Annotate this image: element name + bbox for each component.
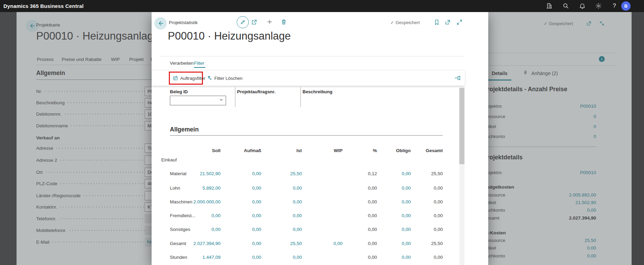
pin-icon[interactable] (454, 75, 461, 83)
col-obligo: Obligo (380, 148, 411, 153)
company-icon[interactable] (545, 2, 553, 10)
scrollbar-thumb[interactable] (459, 88, 464, 164)
auftragsfilter-button[interactable]: Auftragsfilter (180, 76, 205, 81)
drilldown-link[interactable]: 0,00 (380, 186, 411, 191)
table-row-lohn: Lohn 5.892,00 0,00 0,00 0,00 0,00 0,00 (152, 186, 465, 192)
drilldown-link[interactable]: 2.027.394,90 (172, 241, 221, 246)
drilldown-link[interactable]: 25,50 (267, 171, 302, 176)
clear-filter-icon (207, 75, 212, 81)
notifications-icon[interactable] (579, 2, 586, 10)
beschreibung-label: Beschreibung (303, 89, 333, 94)
cell-value: 0,12 (346, 171, 377, 176)
drilldown-link[interactable]: 0,00 (380, 171, 411, 176)
drilldown-link[interactable]: 0,00 (172, 213, 221, 218)
drilldown-link[interactable]: 0,00 (227, 171, 261, 176)
app-title: Dynamics 365 Business Central (3, 0, 84, 12)
projektauftragsnr-label: Projektauftragsnr. (237, 89, 275, 94)
drilldown-link[interactable]: 0,00 (380, 213, 411, 218)
drilldown-link[interactable]: 2.000.000,00 (172, 199, 221, 204)
top-bar: Dynamics 365 Business Central ? B (0, 0, 644, 12)
cell-value: 0,00 (346, 227, 377, 232)
drilldown-link[interactable]: 0,00 (227, 255, 261, 260)
table-row-maschinen: Maschinen 2.000.000,00 0,00 0,00 0,00 0,… (152, 199, 465, 206)
statistics-heading-divider (170, 135, 443, 136)
avatar[interactable]: B (621, 1, 631, 11)
cell-value: 0,00 (412, 199, 443, 204)
tab-verarbeiten[interactable]: Verarbeiten (170, 61, 194, 66)
col-wip: WIP (308, 148, 343, 153)
highlight-box: Auftragsfilter (169, 72, 203, 85)
drilldown-link[interactable]: 0,00 (172, 227, 221, 232)
drilldown-link[interactable]: 25,50 (267, 241, 302, 246)
drilldown-link[interactable]: 0,00 (267, 213, 302, 218)
cell-value: 0,00 (412, 227, 443, 232)
table-row-einkauf: Einkauf (152, 157, 465, 164)
tab-filter[interactable]: Filter (194, 61, 204, 66)
settings-icon[interactable] (595, 2, 603, 10)
dialog-breadcrumb[interactable]: Projektstatistik (169, 20, 198, 25)
dialog-save-status: ✓Gespeichert (390, 20, 420, 25)
open-in-window-icon[interactable] (444, 19, 451, 27)
delete-icon[interactable] (280, 19, 287, 26)
drilldown-link[interactable]: 0,00 (267, 255, 302, 260)
dialog-scrollbar[interactable] (459, 88, 464, 265)
drilldown-link[interactable]: 0,00 (267, 186, 302, 191)
chevron-down-icon[interactable] (219, 97, 224, 104)
drilldown-link[interactable]: 0,00 (227, 199, 261, 204)
order-filter-icon (173, 75, 178, 81)
field-divider (300, 87, 301, 107)
drilldown-link[interactable]: 0,00 (308, 241, 343, 246)
filter-loeschen-button[interactable]: Filter Löschen (207, 72, 243, 85)
filter-tab-underline (194, 67, 205, 68)
cell-value: 0,00 (346, 186, 377, 191)
search-icon[interactable] (562, 2, 570, 10)
cell-value: 0,00 (412, 213, 443, 218)
app-window: Dynamics 365 Business Central ? B Projek… (0, 0, 644, 265)
table-row-gesamt: Gesamt 2.027.394,90 0,00 25,50 0,00 0,00… (152, 241, 465, 248)
dialog-title: P00010 · Heizungsanlage (168, 30, 291, 42)
cell-value: 0,00 (412, 255, 443, 260)
col-soll: Soll (172, 148, 221, 153)
drilldown-link[interactable]: 1.447,09 (172, 255, 221, 260)
beleg-id-combobox[interactable] (170, 96, 226, 105)
drilldown-link[interactable]: 0,00 (380, 255, 411, 260)
drilldown-link[interactable]: 0,00 (227, 241, 261, 246)
table-row-sonstiges: Sonstiges 0,00 0,00 0,00 0,00 0,00 0,00 (152, 227, 465, 234)
help-icon[interactable]: ? (611, 2, 618, 10)
cell-value: 25,50 (412, 171, 443, 176)
table-row-fremdleistung: Fremdleist... 0,00 0,00 0,00 0,00 0,00 0… (152, 213, 465, 220)
drilldown-link[interactable]: 21.502,90 (172, 171, 221, 176)
col-aufmass: Aufmaß (227, 148, 261, 153)
edit-icon[interactable] (237, 16, 249, 28)
col-ist: Ist (267, 148, 302, 153)
cell-value: 0,00 (346, 213, 377, 218)
cell-value: 25,50 (412, 241, 443, 246)
drilldown-link[interactable]: 5.892,00 (172, 186, 221, 191)
statistics-header-row: Soll Aufmaß Ist WIP % Obligo Gesamt (152, 148, 465, 155)
bookmark-icon[interactable] (433, 19, 440, 27)
statistics-section-heading[interactable]: Allgemein (170, 126, 199, 133)
cell-value: 0,00 (412, 186, 443, 191)
drilldown-link[interactable]: 0,00 (227, 213, 261, 218)
drilldown-link[interactable]: 0,00 (380, 241, 411, 246)
check-icon: ✓ (390, 20, 394, 25)
cell-value: 0,00 (346, 241, 377, 246)
beleg-id-label: Beleg ID (170, 89, 188, 94)
col-gesamt: Gesamt (412, 148, 443, 153)
drilldown-link[interactable]: 0,00 (380, 199, 411, 204)
drilldown-link[interactable]: 0,00 (267, 227, 302, 232)
table-row-material: Material 21.502,90 0,00 25,50 0,12 0,00 … (152, 171, 465, 178)
field-divider (235, 87, 235, 107)
filter-pane: Auftragsfilter Filter Löschen (152, 70, 465, 86)
projektstatistik-dialog: Projektstatistik ✓Gespeichert P00010 · H… (152, 12, 488, 265)
title-divider (160, 56, 465, 56)
drilldown-link[interactable]: 0,00 (227, 227, 261, 232)
new-icon[interactable] (266, 19, 273, 26)
drilldown-link[interactable]: 0,00 (227, 186, 261, 191)
expand-icon[interactable] (456, 19, 463, 27)
col-percent: % (346, 148, 377, 153)
drilldown-link[interactable]: 0,00 (380, 227, 411, 232)
drilldown-link[interactable]: 0,00 (267, 199, 302, 204)
share-icon[interactable] (251, 19, 257, 27)
dialog-back-button[interactable] (154, 17, 167, 30)
